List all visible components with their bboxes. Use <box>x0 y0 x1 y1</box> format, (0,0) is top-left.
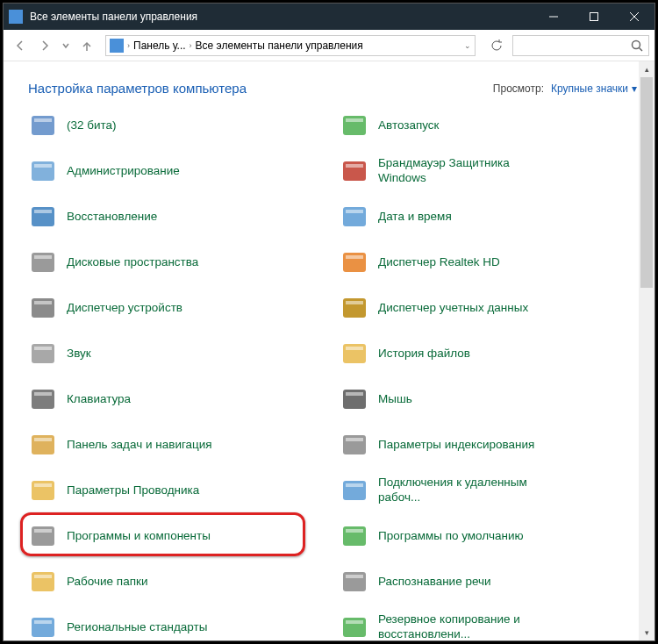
recent-dropdown[interactable] <box>58 34 74 57</box>
control-panel-icon <box>9 10 23 24</box>
item-label: Клавиатура <box>67 392 131 407</box>
item-icon <box>28 384 58 414</box>
svg-rect-12 <box>34 164 52 168</box>
search-icon <box>631 39 643 52</box>
control-panel-item[interactable]: Клавиатура <box>28 382 331 417</box>
control-panel-item[interactable]: Панель задач и навигация <box>28 427 331 462</box>
svg-rect-1 <box>590 13 598 21</box>
svg-rect-50 <box>346 575 363 578</box>
item-label: Параметры индексирования <box>378 438 534 453</box>
scroll-track[interactable] <box>639 77 654 625</box>
item-icon <box>340 111 369 140</box>
control-panel-item[interactable]: Диспетчер Realtek HD <box>340 245 642 280</box>
control-panel-item[interactable]: Звук <box>28 336 331 371</box>
svg-rect-30 <box>346 347 363 350</box>
address-icon <box>110 39 124 53</box>
scroll-up-button[interactable]: ▴ <box>639 61 654 77</box>
svg-line-6 <box>640 47 643 51</box>
minimize-button[interactable] <box>533 4 574 30</box>
item-icon <box>340 339 369 369</box>
svg-rect-20 <box>34 255 52 259</box>
svg-rect-38 <box>346 438 363 441</box>
chevron-down-icon[interactable]: ⌄ <box>464 41 471 50</box>
breadcrumb-2[interactable]: Все элементы панели управления <box>196 39 363 52</box>
svg-rect-22 <box>346 255 363 259</box>
search-input[interactable] <box>512 35 649 56</box>
svg-rect-48 <box>34 575 52 578</box>
control-panel-item[interactable]: Диспетчер учетных данных <box>340 290 642 326</box>
control-panel-item[interactable]: Диспетчер устройств <box>28 290 331 326</box>
item-icon <box>340 476 369 505</box>
item-label: Резервное копирование и восстановлени... <box>378 612 536 640</box>
control-panel-item[interactable]: (32 бита) <box>28 108 331 143</box>
window-controls <box>533 4 654 30</box>
forward-button[interactable] <box>33 34 56 57</box>
close-button[interactable] <box>614 4 654 30</box>
item-label: Параметры Проводника <box>67 483 199 498</box>
item-label: Дисковые пространства <box>67 255 198 270</box>
item-label: Звук <box>67 347 91 361</box>
chevron-down-icon: ▾ <box>632 82 637 95</box>
item-label: Программы по умолчанию <box>378 529 524 544</box>
control-panel-item[interactable]: Автозапуск <box>340 108 642 143</box>
svg-rect-46 <box>346 529 363 533</box>
item-label: Дата и время <box>378 210 452 225</box>
control-panel-item[interactable]: Программы по умолчанию <box>340 519 642 554</box>
svg-rect-52 <box>34 620 52 624</box>
control-panel-item[interactable]: Параметры Проводника <box>28 473 331 508</box>
address-bar[interactable]: › Панель у...› Все элементы панели управ… <box>105 35 476 56</box>
control-panel-item[interactable]: История файлов <box>340 336 642 371</box>
control-panel-item[interactable]: Резервное копирование и восстановлени... <box>340 610 642 640</box>
toolbar: › Панель у...› Все элементы панели управ… <box>4 30 654 61</box>
item-label: Администрирование <box>67 164 180 179</box>
back-button[interactable] <box>9 34 32 57</box>
item-icon <box>340 156 369 186</box>
item-icon <box>28 612 58 640</box>
control-panel-item[interactable]: Рабочие папки <box>28 564 331 599</box>
control-panel-item[interactable]: Брандмауэр Защитника Windows <box>340 154 642 189</box>
svg-rect-10 <box>346 118 363 122</box>
item-label: Автозапуск <box>378 118 440 133</box>
item-label: Рабочие папки <box>67 575 147 590</box>
item-label: Диспетчер учетных данных <box>378 301 528 316</box>
control-panel-item[interactable]: Программы и компоненты <box>28 519 331 554</box>
item-icon <box>28 111 58 140</box>
titlebar: Все элементы панели управления <box>4 4 654 30</box>
control-panel-item[interactable]: Региональные стандарты <box>28 610 331 640</box>
control-panel-item[interactable]: Подключения к удаленным рабоч... <box>340 473 642 508</box>
control-panel-item[interactable]: Параметры индексирования <box>340 427 642 462</box>
control-panel-item[interactable]: Дисковые пространства <box>28 245 331 280</box>
item-label: Брандмауэр Защитника Windows <box>378 156 536 186</box>
svg-rect-26 <box>346 301 363 304</box>
item-label: (32 бита) <box>67 118 117 133</box>
control-panel-item[interactable]: Дата и время <box>340 199 642 234</box>
control-panel-item[interactable]: Мышь <box>340 382 642 417</box>
chevron-right-icon: › <box>127 41 130 50</box>
refresh-button[interactable] <box>483 35 511 56</box>
item-icon <box>340 567 369 597</box>
view-by: Просмотр: Крупные значки ▾ <box>493 82 637 95</box>
item-label: Распознавание речи <box>378 575 491 590</box>
page-title: Настройка параметров компьютера <box>28 81 247 96</box>
control-panel-item[interactable]: Администрирование <box>28 154 331 189</box>
viewby-dropdown[interactable]: Крупные значки ▾ <box>551 82 637 95</box>
window-title: Все элементы панели управления <box>30 11 533 23</box>
item-label: История файлов <box>378 347 470 361</box>
scroll-thumb[interactable] <box>640 77 653 288</box>
svg-point-5 <box>633 40 640 48</box>
item-label: Панель задач и навигация <box>67 438 212 453</box>
breadcrumb-1[interactable]: Панель у...› <box>133 39 192 52</box>
up-button[interactable] <box>75 34 98 57</box>
control-panel-item[interactable]: Восстановление <box>28 199 331 234</box>
svg-rect-34 <box>346 392 363 396</box>
item-icon <box>28 202 58 232</box>
svg-rect-54 <box>346 620 363 624</box>
scrollbar[interactable]: ▴ ▾ <box>639 61 654 640</box>
control-panel-item[interactable]: Распознавание речи <box>340 564 642 599</box>
item-icon <box>28 521 58 551</box>
item-label: Диспетчер Realtek HD <box>378 255 500 270</box>
item-icon <box>28 293 58 323</box>
item-icon <box>28 156 58 186</box>
scroll-down-button[interactable]: ▾ <box>639 625 654 640</box>
maximize-button[interactable] <box>574 4 614 30</box>
